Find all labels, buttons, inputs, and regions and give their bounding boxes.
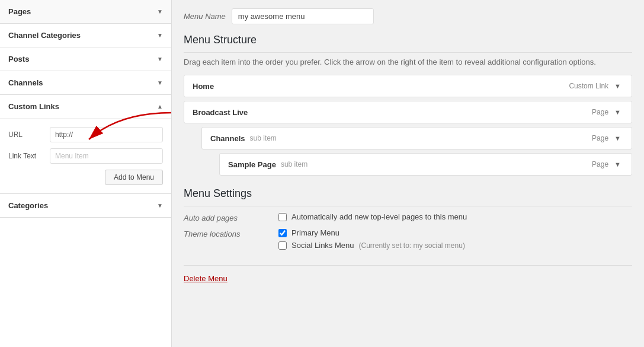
auto-add-label: Auto add pages	[184, 212, 267, 222]
accordion-custom-links[interactable]: Custom Links ▲ URL Link Text Add to Menu	[0, 95, 171, 194]
menu-name-label: Menu Name	[184, 12, 226, 21]
url-row: URL	[8, 127, 163, 142]
accordion-header-categories[interactable]: Categories ▼	[0, 194, 171, 217]
theme-locations-label: Theme locations	[184, 228, 267, 238]
social-links-label: Social Links Menu	[291, 241, 354, 250]
menu-item-channels-sub-label: sub item	[250, 134, 277, 142]
primary-menu-row: Primary Menu	[278, 228, 465, 237]
menu-name-input[interactable]	[232, 8, 374, 24]
chevron-up-icon: ▲	[157, 103, 163, 110]
menu-item-broadcast-left: Broadcast Live	[193, 108, 248, 117]
accordion-header-channel-categories[interactable]: Channel Categories ▼	[0, 24, 171, 47]
menu-item-sample-left: Sample Page sub item	[228, 160, 307, 169]
accordion-header-custom-links[interactable]: Custom Links ▲	[0, 95, 171, 118]
accordion-channels[interactable]: Channels ▼	[0, 71, 171, 95]
menu-item-channels-expand-button[interactable]: ▼	[612, 133, 623, 143]
menu-item-home-type: Custom Link	[569, 82, 608, 90]
accordion-header-pages[interactable]: Pages ▼	[0, 0, 171, 23]
auto-add-text: Automatically add new top-level pages to…	[291, 212, 467, 221]
menu-item-broadcast-expand-button[interactable]: ▼	[612, 107, 623, 117]
accordion-label-channel-categories: Channel Categories	[8, 31, 81, 40]
menu-item-channels-right: Page ▼	[592, 133, 623, 143]
accordion-channel-categories[interactable]: Channel Categories ▼	[0, 24, 171, 47]
menu-item-broadcast-live[interactable]: Broadcast Live Page ▼	[184, 101, 632, 123]
menu-settings-section: Menu Settings Auto add pages Automatical…	[184, 187, 632, 250]
auto-add-row: Auto add pages Automatically add new top…	[184, 212, 632, 222]
accordion-categories[interactable]: Categories ▼	[0, 194, 171, 218]
menu-item-sample-right: Page ▼	[592, 160, 623, 169]
menu-item-channels[interactable]: Channels sub item Page ▼	[201, 127, 632, 149]
link-text-row: Link Text	[8, 148, 163, 164]
theme-locations-row: Theme locations Primary Menu Social Link…	[184, 228, 632, 250]
accordion-label-categories: Categories	[8, 201, 48, 210]
menu-item-sample-sub-label: sub item	[281, 160, 307, 168]
menu-item-home-label: Home	[193, 82, 214, 91]
chevron-down-icon-2: ▼	[157, 32, 163, 39]
add-to-menu-button[interactable]: Add to Menu	[105, 170, 163, 185]
accordion-label-channels: Channels	[8, 78, 43, 87]
menu-name-row: Menu Name	[184, 0, 632, 34]
url-input[interactable]	[50, 127, 163, 142]
menu-item-sample-type: Page	[592, 160, 608, 168]
primary-menu-label: Primary Menu	[291, 228, 339, 237]
theme-locations-controls: Primary Menu Social Links Menu (Currentl…	[278, 228, 465, 250]
primary-menu-checkbox[interactable]	[278, 229, 287, 237]
auto-add-control-row: Automatically add new top-level pages to…	[278, 212, 467, 221]
menu-item-sample-label: Sample Page	[228, 160, 276, 169]
menu-item-sample-page[interactable]: Sample Page sub item Page ▼	[219, 153, 632, 176]
menu-item-home[interactable]: Home Custom Link ▼	[184, 75, 632, 97]
accordion-label-posts: Posts	[8, 55, 29, 63]
menu-item-home-right: Custom Link ▼	[569, 81, 623, 91]
auto-add-controls: Automatically add new top-level pages to…	[278, 212, 467, 221]
menu-item-sample-expand-button[interactable]: ▼	[612, 160, 623, 169]
accordion-label-pages: Pages	[8, 7, 31, 16]
custom-links-body: URL Link Text Add to Menu	[0, 118, 171, 193]
menu-structure-hint: Drag each item into the order you prefer…	[184, 58, 632, 66]
accordion-pages[interactable]: Pages ▼	[0, 0, 171, 24]
accordion-header-channels[interactable]: Channels ▼	[0, 71, 171, 94]
delete-menu-link[interactable]: Delete Menu	[184, 265, 632, 283]
sidebar: Pages ▼ Channel Categories ▼ Posts ▼ Cha…	[0, 0, 172, 347]
social-links-row: Social Links Menu (Currently set to: my …	[278, 241, 465, 250]
link-text-label: Link Text	[8, 152, 50, 160]
accordion-header-posts[interactable]: Posts ▼	[0, 47, 171, 71]
accordion-posts[interactable]: Posts ▼	[0, 47, 171, 71]
menu-items-list: Home Custom Link ▼ Broadcast Live Page ▼…	[184, 75, 632, 176]
main-content: Menu Name Menu Structure Drag each item …	[172, 0, 644, 347]
social-links-note: (Currently set to: my social menu)	[359, 241, 465, 250]
url-label: URL	[8, 130, 50, 139]
menu-structure-title: Menu Structure	[184, 34, 632, 53]
chevron-down-icon-3: ▼	[157, 56, 163, 62]
menu-item-channels-label: Channels	[210, 134, 245, 143]
auto-add-checkbox[interactable]	[278, 213, 287, 221]
chevron-down-icon-4: ▼	[157, 79, 163, 86]
social-links-checkbox[interactable]	[278, 241, 287, 250]
menu-item-home-expand-button[interactable]: ▼	[612, 81, 623, 91]
menu-item-channels-type: Page	[592, 134, 608, 142]
link-text-input[interactable]	[50, 148, 163, 164]
menu-item-broadcast-type: Page	[592, 108, 608, 116]
chevron-down-icon-5: ▼	[157, 202, 163, 209]
menu-item-channels-left: Channels sub item	[210, 134, 277, 143]
menu-settings-title: Menu Settings	[184, 187, 632, 206]
menu-item-broadcast-right: Page ▼	[592, 107, 623, 117]
menu-item-home-left: Home	[193, 82, 214, 91]
chevron-down-icon: ▼	[157, 8, 163, 15]
accordion-label-custom-links: Custom Links	[8, 102, 59, 111]
menu-item-broadcast-label: Broadcast Live	[193, 108, 248, 117]
